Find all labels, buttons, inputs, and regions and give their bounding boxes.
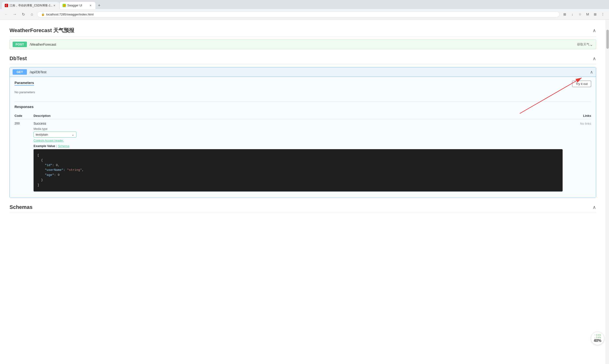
responses-section: Responses Code Description Links 200 Suc… [14, 102, 591, 194]
get-panel-container: GET /api/DbTest ∧ Parameters No paramete… [10, 67, 596, 198]
scrollbar[interactable] [606, 20, 609, 364]
schemas-title: Schemas [10, 204, 33, 210]
post-chevron-icon[interactable]: ⌄ [589, 42, 593, 47]
no-params-text: No parameters [14, 89, 35, 98]
lock-icon: 🔒 [41, 13, 45, 16]
weather-section-title: WeatherForecast 天气预报 [10, 27, 74, 34]
media-type-select[interactable]: text/plain ⌄ [34, 131, 76, 138]
forward-button[interactable]: → [12, 11, 18, 18]
get-chevron-icon[interactable]: ∧ [590, 69, 593, 75]
tab-bar: C 江南，寻你的博客_CSDN博客-J... ✕ 🔶 Swagger UI ✕ … [0, 0, 609, 9]
responses-title: Responses [14, 102, 591, 111]
no-links-text: No links [580, 119, 591, 125]
reload-button[interactable]: ↻ [20, 11, 27, 18]
response-desc-col: Success Media type text/plain ⌄ Controls… [34, 122, 563, 192]
main-content: WeatherForecast 天气预报 ∧ POST /WeatherFore… [0, 20, 606, 364]
try-it-out-button[interactable]: Try it out [572, 81, 591, 87]
parameters-section: Parameters No parameters Try it out [14, 81, 591, 98]
more-icon[interactable]: ⋮ [599, 11, 606, 18]
tab-csdn[interactable]: C 江南，寻你的博客_CSDN博客-J... ✕ [2, 2, 59, 9]
schemas-section-header: Schemas ∧ [10, 202, 596, 213]
tab-csdn-close[interactable]: ✕ [52, 4, 56, 7]
schemas-collapse-icon[interactable]: ∧ [593, 204, 596, 210]
csdn-favicon: C [5, 4, 8, 7]
home-button[interactable]: ⌂ [28, 11, 35, 18]
address-input[interactable]: 🔒 localhost:7285/swagger/index.html [37, 12, 559, 17]
weather-collapse-icon[interactable]: ∧ [593, 28, 596, 33]
tab-separator: | [56, 144, 57, 148]
response-links-col: No links [563, 122, 591, 125]
media-type-label: Media type [34, 127, 563, 130]
get-method-badge: GET [13, 69, 27, 75]
page-wrapper: WeatherForecast 天气预报 ∧ POST /WeatherFore… [0, 20, 609, 364]
tab-csdn-title: 江南，寻你的博客_CSDN博客-J... [10, 4, 52, 8]
speed-up: ↑ 0 K/s [594, 334, 601, 336]
col-desc-header: Description [34, 114, 563, 117]
post-method-badge: POST [13, 42, 27, 47]
example-value-tab[interactable]: Example Value [34, 144, 55, 148]
response-table-header: Code Description Links [14, 113, 591, 119]
star-icon[interactable]: ☆ [577, 11, 583, 18]
col-code-header: Code [14, 114, 34, 117]
speed-widget: ↑ 0 K/s ↓ 0 K/s 40% [591, 332, 604, 345]
media-type-chevron: ⌄ [72, 133, 74, 136]
speed-percent: 40% [594, 338, 601, 343]
scrollbar-thumb[interactable] [606, 30, 609, 49]
tab-swagger-close[interactable]: ✕ [89, 4, 92, 7]
get-panel: GET /api/DbTest ∧ Parameters No paramete… [10, 67, 596, 198]
response-code-200: 200 [14, 122, 34, 125]
address-text: localhost:7285/swagger/index.html [46, 13, 93, 16]
response-desc-title: Success [34, 122, 563, 125]
dbtest-section-header: DbTest ∧ [10, 53, 596, 64]
schema-tab[interactable]: Schema [58, 144, 69, 148]
get-panel-header[interactable]: GET /api/DbTest ∧ [10, 67, 596, 77]
post-endpoint-path: /WeatherForecast [30, 43, 575, 46]
example-value-tabs: Example Value | Schema [34, 144, 563, 148]
address-bar: ← → ↻ ⌂ 🔒 localhost:7285/swagger/index.h… [0, 9, 609, 20]
translate-icon[interactable]: ⊞ [561, 11, 568, 18]
get-endpoint-path: /api/DbTest [30, 70, 590, 74]
post-endpoint-row[interactable]: POST /WeatherForecast 获取天气 ⌄ [10, 39, 596, 49]
controls-accept-link[interactable]: Controls Accept header. [34, 139, 563, 142]
save-icon[interactable]: ↓ [569, 11, 576, 18]
tab-swagger[interactable]: 🔶 Swagger UI ✕ [60, 2, 95, 9]
tab-swagger-title: Swagger UI [67, 4, 82, 7]
swagger-favicon: 🔶 [63, 4, 66, 7]
extensions-icon[interactable]: ⊞ [592, 11, 598, 18]
email-icon[interactable]: M [584, 11, 591, 18]
dbtest-section-title: DbTest [10, 55, 27, 62]
back-button[interactable]: ← [3, 11, 10, 18]
browser-chrome: C 江南，寻你的博客_CSDN博客-J... ✕ 🔶 Swagger UI ✕ … [0, 0, 609, 20]
get-panel-body: Parameters No parameters Try it out [10, 77, 596, 198]
dbtest-collapse-icon[interactable]: ∧ [593, 56, 596, 61]
parameters-title: Parameters [14, 81, 34, 86]
browser-toolbar: ⊞ ↓ ☆ M ⊞ ⋮ [561, 11, 606, 18]
code-block: [ { "id": 0, "userName": "string", "age"… [34, 149, 563, 192]
speed-down: ↓ 0 K/s [594, 336, 601, 338]
media-type-value: text/plain [36, 133, 48, 136]
new-tab-button[interactable]: + [96, 2, 103, 9]
weather-section-header: WeatherForecast 天气预报 ∧ [10, 25, 596, 37]
response-row-200: 200 Success Media type text/plain ⌄ Cont… [14, 119, 591, 194]
col-links-header: Links [563, 114, 591, 117]
post-endpoint-desc: 获取天气 [577, 42, 589, 47]
